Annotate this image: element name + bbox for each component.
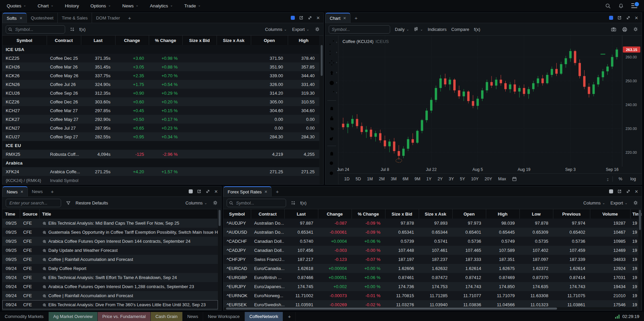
news-row[interactable]: 09/25 CFE Arabica Coffee Futures Open In… (2, 237, 218, 246)
quote-row[interactable]: KCZ26 Coffee Dec 26 303.60s +0.60 +0.20 … (2, 97, 319, 106)
forex-row[interactable]: ^CADJPY Canadian Doll... 107.456 -0.003 … (223, 246, 642, 255)
open-in-new-icon[interactable] (617, 15, 622, 20)
news-row[interactable]: 09/24 CFE Daily Coffee Report (2, 264, 218, 273)
close-icon[interactable]: ✕ (264, 190, 267, 194)
panel-tab[interactable]: Quotesheet (27, 13, 57, 23)
trend-line-tool[interactable]: › (327, 38, 337, 47)
add-tab-button[interactable]: + (272, 186, 283, 196)
restore-defaults-button[interactable]: Restore Defaults (76, 200, 108, 205)
expand-icon[interactable] (626, 189, 631, 194)
quote-row[interactable]: KCK27 Coffee May 27 292.90s +0.50 +0.17 … (2, 115, 319, 124)
quote-row[interactable]: KCK26 Coffee May 26 337.75s +2.35 +0.70 … (2, 71, 319, 80)
column-header[interactable]: Size x Bid (385, 209, 419, 219)
timeframe-button[interactable]: 3M (388, 176, 399, 182)
column-header[interactable]: Volume (590, 209, 630, 219)
column-header[interactable]: Change (115, 36, 149, 45)
forex-row[interactable]: ^AUDUSD Australian Do... 0.65341 -0.0006… (223, 228, 642, 237)
add-tab-button[interactable]: + (47, 186, 58, 196)
column-header[interactable]: Source (20, 209, 39, 219)
column-header[interactable]: Low (519, 209, 553, 219)
quote-row[interactable]: KCH27 Coffee Mar 27 297.85s +0.45 +0.15 … (2, 106, 319, 115)
timeframe-button[interactable]: 3Y (446, 176, 456, 182)
polygon-tool[interactable]: › (327, 58, 337, 67)
news-row[interactable]: 09/25 CFE Guatemala Sees Opportunity in … (2, 228, 218, 237)
column-header[interactable]: Contract (47, 36, 81, 45)
menu-item[interactable]: Quotes ⌄ (7, 3, 26, 8)
timeframe-button[interactable]: 2M (376, 176, 387, 182)
delete-drawings-button[interactable] (327, 149, 337, 158)
timeframe-button[interactable]: 1Y (424, 176, 434, 182)
expand-icon[interactable] (308, 15, 312, 20)
main-menu-icon[interactable] (631, 3, 637, 8)
forex-row[interactable]: ^CHFJPY Swiss Franc/J... 187.217 -0.123 … (223, 255, 642, 264)
close-icon[interactable]: ✕ (635, 189, 638, 194)
panel-color-square[interactable] (609, 189, 613, 193)
compare-button[interactable]: Compare (451, 27, 469, 32)
log-scale-button[interactable]: log (628, 176, 638, 182)
timeframe-button[interactable]: 6M (400, 176, 411, 182)
panel-tab[interactable]: Softs ✕ (2, 13, 27, 23)
menu-item[interactable]: Analytics ⌄ (150, 3, 173, 8)
menu-item[interactable]: Options ⌄ (90, 3, 111, 8)
column-header[interactable]: Size x Ask (217, 36, 251, 45)
quote-row[interactable]: KCN27 Coffee Jul 27 287.95s +0.65 +0.23 … (2, 124, 319, 132)
vertical-scrollbar[interactable] (638, 209, 641, 310)
forex-symbol-input[interactable] (227, 199, 286, 207)
quote-row[interactable]: KCU26 Coffee Sep 26 312.35s +0.90 +0.29 … (2, 89, 319, 97)
news-search-input[interactable] (6, 199, 61, 207)
numbered-annotation-tool[interactable]: › (327, 79, 337, 87)
column-header[interactable]: Open (452, 209, 486, 219)
timeframe-dropdown[interactable]: Daily⌄ (395, 27, 409, 32)
forex-row[interactable]: ^AUDJPY Australian Do... 97.887 -0.087 -… (223, 219, 642, 228)
unlock-tool[interactable] (327, 114, 337, 123)
workspace-tab[interactable]: Commodity Markets (0, 312, 49, 321)
timeframe-button[interactable]: 5D (353, 176, 363, 182)
columns-button[interactable]: Columns⌄ (265, 27, 287, 32)
symbol-grid-icon[interactable] (291, 200, 295, 205)
column-header[interactable]: Last (284, 209, 318, 219)
news-row[interactable]: 09/25 CFE Daily Update and Weather Forec… (2, 246, 218, 255)
add-tab-button[interactable]: + (351, 13, 362, 23)
notifications-bell-icon[interactable] (618, 3, 624, 9)
export-button[interactable]: Export⌄ (610, 200, 628, 205)
news-row[interactable]: 09/24 CFE Ellis Technical Analysis: Swif… (2, 273, 218, 282)
workspace-tab[interactable]: Price vs. Fundamental (98, 312, 151, 321)
quote-row[interactable]: RMX25 Robusta Coff... 4,094s -125 -2.96 … (2, 150, 319, 158)
percent-scale-button[interactable]: % (616, 176, 625, 182)
forex-row[interactable]: ^EURCAD Euro/Canadia... 1.62618 +0.00004… (223, 264, 642, 273)
open-in-new-icon[interactable] (197, 189, 201, 194)
forex-row[interactable]: ^EURGBP Euro/British ... 0.87466 +0.0005… (223, 273, 642, 282)
panel-color-square[interactable] (291, 16, 295, 20)
panel-tab[interactable]: News (28, 186, 47, 196)
search-icon[interactable] (605, 3, 611, 9)
forex-row[interactable]: ^EURJPY Euro/Japanes... 174.745 +0.002 +… (223, 282, 642, 291)
zoom-out-icon[interactable] (327, 169, 337, 178)
close-icon[interactable]: ✕ (19, 16, 22, 20)
column-header[interactable]: Size x Ask (419, 209, 452, 219)
fx-button[interactable]: f(x) (474, 27, 480, 32)
add-tab-button[interactable]: + (124, 13, 135, 23)
symbol-search-input[interactable] (6, 25, 65, 34)
open-in-new-icon[interactable] (617, 189, 622, 194)
column-header[interactable]: Previous (553, 209, 590, 219)
panel-tab[interactable]: Chart ✕ (325, 13, 351, 23)
forex-row[interactable]: ^EURNOK Euro/Norweg... 11.71002 -0.00073… (223, 291, 642, 300)
quote-row[interactable]: XFK24 Arabica Coffe... 271.25s +4.20 +1.… (2, 167, 319, 176)
column-header[interactable]: High (288, 36, 319, 45)
add-workspace-button[interactable]: + (283, 312, 296, 321)
close-icon[interactable]: ✕ (20, 190, 24, 194)
zoom-in-icon[interactable] (327, 159, 337, 168)
close-icon[interactable]: ✕ (316, 15, 320, 20)
workspace-tab[interactable]: Ag Market Overview (49, 312, 98, 321)
fx-button[interactable]: f(x) (300, 200, 307, 205)
camera-icon[interactable] (611, 27, 616, 32)
quote-row[interactable]: KCH26 Coffee Mar 26 351.45s +3.05 +0.88 … (2, 62, 319, 71)
workspace-tab[interactable]: News (183, 312, 203, 321)
timeframe-button[interactable]: Max (496, 176, 509, 182)
printer-icon[interactable] (622, 27, 628, 32)
column-header[interactable]: Size x Bid (182, 36, 217, 45)
quote-row[interactable]: KCU27 Coffee Sep 27 282.55s +0.95 +0.34 … (2, 132, 319, 141)
news-row[interactable]: 09/25 CFE Ellis Technical Analysis: Mid … (2, 219, 218, 228)
chart-symbol-input[interactable] (329, 25, 390, 34)
gear-icon[interactable] (213, 200, 218, 205)
